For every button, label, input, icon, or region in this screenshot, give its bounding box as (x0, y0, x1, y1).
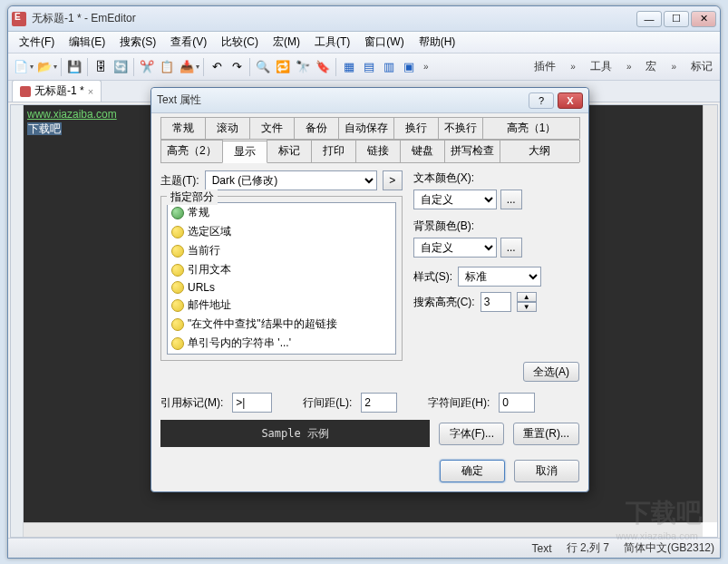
open-dropdown-icon[interactable]: ▾ (53, 63, 57, 71)
dialog-tab[interactable]: 显示 (222, 141, 267, 163)
bg-color-picker-button[interactable]: ... (500, 238, 522, 258)
dialog-titlebar[interactable]: Text 属性 ? X (151, 88, 588, 113)
spinner-down-icon[interactable]: ▼ (517, 302, 537, 312)
dialog-help-button[interactable]: ? (529, 92, 554, 109)
dialog-tab[interactable]: 高亮（2） (160, 140, 223, 162)
toolbar-plugins[interactable]: 插件 (530, 57, 559, 76)
paste-icon[interactable]: 📥 (178, 58, 196, 76)
parts-listbox[interactable]: 常规选定区域当前行引用文本URLs邮件地址"在文件中查找"结果中的超链接单引号内… (167, 202, 396, 355)
dialog-tab[interactable]: 常规 (160, 117, 206, 139)
bookmark-icon[interactable]: 🔖 (314, 58, 332, 76)
minimize-button[interactable]: — (636, 11, 662, 27)
document-tab-close-icon[interactable]: × (88, 86, 93, 97)
style-select[interactable]: 标准 (458, 267, 541, 287)
list-item[interactable]: 邮件地址 (168, 296, 395, 315)
save-icon[interactable]: 💾 (65, 58, 83, 76)
copy-icon[interactable]: 📋 (158, 58, 176, 76)
dialog-tab[interactable]: 自动保存 (338, 117, 394, 139)
horizontal-scrollbar[interactable] (24, 522, 703, 537)
dialog-close-button[interactable]: X (558, 92, 583, 109)
list-item[interactable]: 选定区域 (168, 222, 395, 241)
dialog-tab[interactable]: 滚动 (205, 117, 250, 139)
maximize-button[interactable]: ☐ (664, 11, 689, 27)
dialog-tab[interactable]: 高亮（1） (482, 117, 580, 139)
dialog-tab[interactable]: 链接 (355, 140, 401, 162)
open-file-icon[interactable]: 📂 (35, 58, 53, 76)
theme-select[interactable]: Dark (已修改) (205, 170, 377, 190)
replace-icon[interactable]: 🔁 (274, 58, 292, 76)
editor-line-1[interactable]: www.xiazaiba.com (27, 108, 117, 121)
dialog-tab[interactable]: 拼写检查 (444, 140, 500, 162)
view1-icon[interactable]: ▦ (340, 58, 358, 76)
view3-icon[interactable]: ▥ (380, 58, 398, 76)
list-item[interactable]: 当前行 (168, 241, 395, 260)
list-item[interactable]: URLs (168, 279, 395, 296)
undo-icon[interactable]: ↶ (208, 58, 226, 76)
window-close-button[interactable]: ✕ (691, 11, 716, 27)
paste-dropdown-icon[interactable]: ▾ (196, 63, 199, 71)
plugins-chevron-icon[interactable]: » (567, 62, 579, 72)
ok-button[interactable]: 确定 (440, 460, 505, 482)
line-space-input[interactable] (361, 393, 397, 413)
menu-view[interactable]: 查看(V) (163, 32, 214, 53)
search-highlight-label: 搜索高亮(C): (413, 295, 475, 310)
theme-menu-button[interactable]: > (383, 170, 403, 190)
dialog-tab[interactable]: 不换行 (438, 117, 483, 139)
cancel-button[interactable]: 取消 (514, 460, 579, 482)
tools-chevron-icon[interactable]: » (623, 62, 636, 72)
bg-color-select[interactable]: 自定义 (413, 238, 497, 258)
dialog-tab[interactable]: 换行 (393, 117, 439, 139)
list-item[interactable]: "在文件中查找"结果中的超链接 (168, 315, 395, 334)
menu-file[interactable]: 文件(F) (12, 32, 62, 53)
document-tab[interactable]: 无标题-1 * × (12, 80, 102, 102)
list-item[interactable]: 单引号内的字符串 '...' (168, 334, 395, 353)
toolbar-macros[interactable]: 宏 (642, 57, 660, 76)
text-color-picker-button[interactable]: ... (500, 190, 522, 209)
text-color-select[interactable]: 自定义 (413, 190, 497, 209)
toolbar-overflow-icon[interactable]: » (420, 62, 432, 72)
save-all-icon[interactable]: 🗄 (92, 58, 110, 76)
dialog-tab[interactable]: 打印 (311, 140, 356, 162)
char-space-label: 字符间距(H): (428, 395, 490, 411)
status-position: 行 2,列 7 (567, 540, 609, 556)
line-space-label: 行间距(L): (303, 395, 352, 411)
list-item[interactable]: 引用文本 (168, 260, 395, 279)
menu-edit[interactable]: 编辑(E) (62, 32, 112, 53)
menubar: 文件(F) 编辑(E) 搜索(S) 查看(V) 比较(C) 宏(M) 工具(T)… (8, 32, 720, 53)
redo-icon[interactable]: ↷ (228, 58, 246, 76)
reload-icon[interactable]: 🔄 (112, 58, 130, 76)
toolbar-marks[interactable]: 标记 (687, 57, 716, 76)
spinner-up-icon[interactable]: ▲ (517, 292, 537, 302)
menu-compare[interactable]: 比较(C) (214, 32, 266, 53)
menu-window[interactable]: 窗口(W) (357, 32, 411, 53)
menu-search[interactable]: 搜索(S) (112, 32, 163, 53)
search-highlight-input[interactable] (480, 292, 511, 312)
window-title: 无标题-1 * - EmEditor (32, 11, 636, 26)
vertical-scrollbar[interactable] (703, 105, 717, 522)
dialog-tab[interactable]: 标记 (267, 140, 312, 162)
cut-icon[interactable]: ✂️ (138, 58, 156, 76)
menu-tools[interactable]: 工具(T) (307, 32, 357, 53)
menu-macros[interactable]: 宏(M) (266, 32, 307, 53)
find-icon[interactable]: 🔍 (254, 58, 272, 76)
char-space-input[interactable] (499, 393, 535, 413)
reset-button[interactable]: 重置(R)... (513, 423, 579, 445)
find-next-icon[interactable]: 🔭 (294, 58, 312, 76)
font-button[interactable]: 字体(F)... (439, 423, 504, 445)
new-dropdown-icon[interactable]: ▾ (30, 63, 34, 71)
dialog-tab[interactable]: 键盘 (400, 140, 445, 162)
view4-icon[interactable]: ▣ (400, 58, 418, 76)
quote-mark-input[interactable] (232, 393, 272, 413)
dialog-tab[interactable]: 大纲 (500, 140, 580, 162)
list-item[interactable]: 双引号内的字符串 "..." (168, 353, 395, 355)
toolbar-tools[interactable]: 工具 (587, 57, 616, 76)
macros-chevron-icon[interactable]: » (667, 62, 680, 72)
new-file-icon[interactable]: 📄 (12, 58, 30, 76)
select-all-button[interactable]: 全选(A) (523, 362, 579, 382)
dialog-tab[interactable]: 文件 (249, 117, 295, 139)
list-item[interactable]: 常规 (168, 203, 395, 222)
titlebar[interactable]: 无标题-1 * - EmEditor — ☐ ✕ (8, 6, 720, 32)
menu-help[interactable]: 帮助(H) (412, 32, 463, 53)
dialog-tab[interactable]: 备份 (294, 117, 339, 139)
view2-icon[interactable]: ▤ (360, 58, 378, 76)
